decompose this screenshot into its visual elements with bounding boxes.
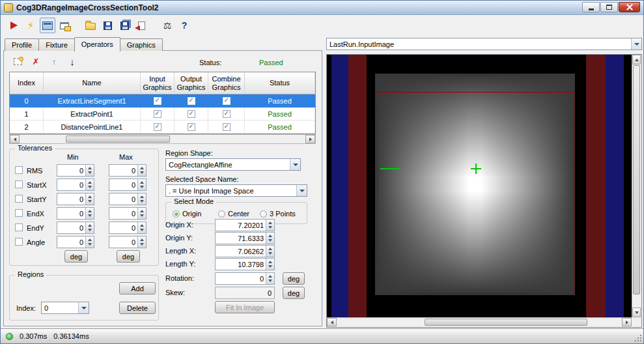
move-up-button[interactable]: ↑ (47, 55, 61, 68)
move-down-button[interactable]: ↓ (65, 55, 79, 68)
scrollbar-thumb[interactable] (633, 65, 640, 294)
spinner-buttons[interactable] (266, 273, 274, 284)
spinner-buttons[interactable] (85, 165, 94, 176)
save-button[interactable] (100, 18, 115, 33)
endy-max-spinner[interactable]: 0 (109, 222, 147, 234)
table-cell-name[interactable]: DistancePointLine1 (44, 121, 141, 134)
output-graphics-checkbox[interactable]: ✓ (188, 123, 195, 131)
table-cell-input-graphics[interactable]: ✓ (141, 108, 175, 121)
scroll-left-button[interactable] (327, 318, 337, 326)
table-cell-output-graphics[interactable]: ✓ (175, 121, 208, 134)
angle-min-deg-button[interactable]: deg (64, 250, 88, 263)
run-button[interactable] (6, 18, 21, 33)
title-bar[interactable]: Cog3DRangeImageCrossSectionTool2 (1, 1, 643, 15)
close-button[interactable] (619, 2, 640, 12)
mode-origin-radio[interactable]: Origin (173, 210, 201, 218)
table-cell-index[interactable]: 2 (10, 121, 44, 134)
rms-checkbox[interactable] (15, 166, 23, 174)
tab-profile[interactable]: Profile (5, 38, 39, 51)
input-graphics-checkbox[interactable]: ✓ (154, 123, 161, 131)
rotation-deg-button[interactable]: deg (283, 272, 305, 285)
spinner-buttons[interactable] (137, 208, 146, 219)
combine-graphics-checkbox[interactable]: ✓ (223, 97, 231, 105)
maximize-button[interactable] (600, 2, 618, 12)
startx-max-spinner[interactable]: 0 (109, 179, 147, 191)
range-image-view[interactable] (327, 55, 632, 317)
table-cell-combine-graphics[interactable]: ✓ (208, 94, 245, 108)
column-header-output-graphics[interactable]: Output Graphics (175, 72, 208, 94)
table-cell-status[interactable]: Passed (245, 94, 315, 108)
help-button[interactable]: ? (176, 18, 192, 33)
endy-checkbox[interactable] (15, 223, 23, 231)
spinner-buttons[interactable] (85, 236, 94, 248)
save-all-button[interactable] (117, 18, 132, 33)
add-region-button[interactable]: Add (119, 282, 156, 294)
scroll-left-button[interactable] (10, 135, 20, 143)
spinner-buttons[interactable] (137, 165, 146, 176)
spinner-buttons[interactable] (137, 194, 146, 205)
table-cell-output-graphics[interactable]: ✓ (175, 108, 208, 121)
open-button[interactable] (83, 18, 98, 33)
region-shape-combo[interactable]: CogRectangleAffine (165, 158, 301, 171)
spinner-buttons[interactable] (266, 220, 274, 231)
import-button[interactable] (133, 18, 149, 33)
spinner-buttons[interactable] (137, 236, 146, 248)
startx-min-spinner[interactable]: 0 (57, 179, 94, 191)
spinner-buttons[interactable] (266, 233, 274, 244)
scrollbar-thumb[interactable] (66, 136, 170, 143)
table-cell-status[interactable]: Passed (245, 121, 315, 134)
angle-max-spinner[interactable]: 0 (109, 236, 147, 248)
skew-deg-button[interactable]: deg (283, 287, 305, 299)
table-cell-index[interactable]: 1 (10, 108, 44, 121)
combo-dropdown-button[interactable] (78, 302, 89, 313)
output-graphics-checkbox[interactable]: ✓ (188, 110, 195, 118)
scroll-up-button[interactable] (632, 55, 641, 64)
tab-fixture[interactable]: Fixture (38, 38, 75, 51)
column-header-name[interactable]: Name (44, 72, 141, 94)
delete-region-button[interactable]: Delete (119, 302, 156, 314)
table-cell-input-graphics[interactable]: ✓ (141, 121, 175, 134)
scroll-right-button[interactable] (305, 135, 315, 143)
origin-y-spinner[interactable]: 71.6333 (215, 232, 275, 244)
angle-max-deg-button[interactable]: deg (117, 250, 140, 263)
region-index-combo[interactable]: 0 (41, 302, 89, 314)
scrollbar-thumb[interactable] (425, 319, 587, 326)
mode-center-radio[interactable]: Center (218, 210, 249, 218)
input-graphics-checkbox[interactable]: ✓ (154, 97, 161, 105)
tab-operators[interactable]: Operators (74, 37, 120, 51)
combo-dropdown-button[interactable] (631, 38, 641, 50)
table-cell-combine-graphics[interactable]: ✓ (208, 121, 245, 134)
angle-checkbox[interactable] (15, 238, 23, 246)
table-cell-output-graphics[interactable]: ✓ (175, 94, 208, 108)
float-result-button[interactable] (57, 18, 72, 33)
rms-min-spinner[interactable]: 0 (57, 164, 94, 177)
balance-button[interactable]: ⚖ (160, 18, 175, 33)
result-display-button[interactable] (40, 18, 55, 33)
starty-max-spinner[interactable]: 0 (109, 193, 147, 205)
run-continuous-button[interactable]: ⚡ (23, 18, 38, 33)
spinner-buttons[interactable] (85, 222, 94, 233)
spinner-buttons[interactable] (137, 179, 146, 190)
endx-min-spinner[interactable]: 0 (57, 207, 94, 220)
input-graphics-checkbox[interactable]: ✓ (154, 110, 161, 118)
image-horizontal-scrollbar[interactable] (327, 317, 632, 327)
startx-checkbox[interactable] (15, 180, 23, 188)
region-outline-graphic[interactable] (377, 92, 574, 294)
combine-graphics-checkbox[interactable]: ✓ (223, 110, 231, 118)
table-cell-index[interactable]: 0 (10, 94, 44, 108)
scroll-right-button[interactable] (622, 318, 632, 326)
add-operator-button[interactable] (10, 55, 25, 68)
table-cell-combine-graphics[interactable]: ✓ (208, 108, 245, 121)
table-cell-status[interactable]: Passed (245, 108, 315, 121)
spinner-buttons[interactable] (266, 259, 274, 270)
length-x-spinner[interactable]: 7.06262 (215, 245, 275, 257)
length-y-spinner[interactable]: 10.3798 (215, 258, 275, 270)
spinner-buttons[interactable] (137, 222, 146, 233)
spinner-buttons[interactable] (85, 194, 94, 205)
endx-checkbox[interactable] (15, 209, 23, 217)
endx-max-spinner[interactable]: 0 (109, 207, 147, 220)
rotation-spinner[interactable]: 0 (215, 272, 275, 285)
selected-space-combo[interactable]: . = Use Input Image Space (165, 184, 307, 197)
table-cell-name[interactable]: ExtractPoint1 (44, 108, 141, 121)
rms-max-spinner[interactable]: 0 (109, 164, 147, 177)
